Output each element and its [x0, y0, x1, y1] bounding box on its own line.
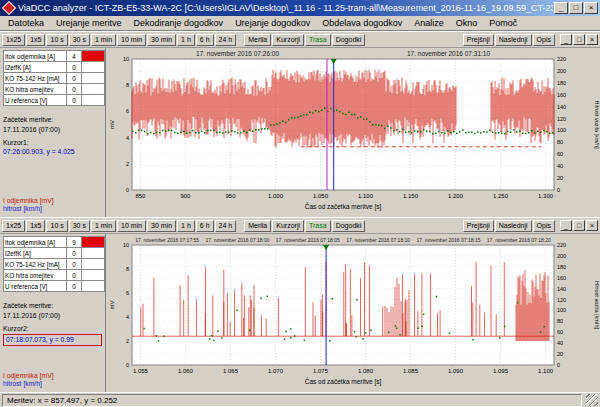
y-left-tick-label: 8	[126, 82, 129, 88]
channel-value: 4	[67, 51, 82, 62]
menu-item-urejanje-meritve[interactable]: Urejanje meritve	[50, 17, 128, 29]
mdi-close-button[interactable]: ×	[586, 34, 598, 45]
toolbar-button-1x5[interactable]: 1x5	[26, 220, 45, 232]
cursor-value: 07:26:00.903, y = 4.025	[3, 148, 102, 156]
y-right-tick-label: 40	[557, 340, 563, 346]
channel-row[interactable]: U referenca [V]0	[4, 281, 105, 292]
menu-item-datoteka[interactable]: Datoteka	[2, 17, 50, 29]
mdi-close-button[interactable]: ×	[586, 220, 598, 231]
channel-row[interactable]: Itok odjemnika [A]9	[4, 237, 105, 248]
toolbar-button-10-min[interactable]: 10 min	[117, 34, 146, 46]
channel-status-cell	[82, 73, 105, 84]
minimize-button[interactable]: _	[554, 2, 568, 14]
y-right-tick-label: 0	[557, 187, 560, 193]
toolbar-button-1x25[interactable]: 1x25	[2, 220, 25, 232]
maximize-button[interactable]: □	[569, 2, 583, 14]
chart-header-timestamp: 17. november 2016 07:18:00	[206, 237, 270, 243]
toolbar-button-naslednji[interactable]: Naslednji	[495, 34, 532, 46]
menu-item-dekodiranje-dogodkov[interactable]: Dekodiranje dogodkov	[128, 17, 230, 29]
y-right-axis-title: Hitrost vozila [km/h]	[594, 101, 600, 149]
toolbar-button-1-h[interactable]: 1 h	[177, 220, 195, 232]
legend-entry: I odjemnika [mV]	[3, 372, 102, 380]
channel-row[interactable]: KO 75-142 Hz [mA]0	[4, 259, 105, 270]
channel-label: Itok odjemnika [A]	[4, 51, 67, 62]
toolbar-button-kurzorji[interactable]: Kurzorji	[272, 220, 304, 232]
y-right-tick-label: 140	[557, 286, 566, 292]
toolbar-button-prej-nji[interactable]: Prejšnji	[463, 220, 494, 232]
toolbar-button-1-h[interactable]: 1 h	[177, 34, 195, 46]
channel-row[interactable]: I2effK [A]0	[4, 248, 105, 259]
resize-grip[interactable]	[586, 394, 598, 406]
mdi-minimize-button[interactable]: _	[560, 220, 572, 231]
toolbar-button-30-s[interactable]: 30 s	[69, 220, 90, 232]
tools-button-group: MerilaKurzorjiTrasaDogodki	[244, 34, 365, 46]
mdi-maximize-button[interactable]: □	[573, 220, 585, 231]
toolbar-button-merila[interactable]: Merila	[244, 220, 271, 232]
y-left-tick-label: 4	[126, 314, 129, 320]
channel-row[interactable]: KO 75-142 Hz [mA]0	[4, 73, 105, 84]
channel-label: KO 75-142 Hz [mA]	[4, 73, 67, 84]
panel1-chart-area[interactable]: 17. november 2016 07:26:0017. november 2…	[106, 48, 600, 217]
toolbar-button-24-h[interactable]: 24 h	[215, 220, 237, 232]
y-right-tick-label: 80	[557, 139, 563, 145]
y-right-tick-label: 200	[557, 68, 566, 74]
toolbar-button-30-min[interactable]: 30 min	[147, 34, 176, 46]
toolbar-button-30-min[interactable]: 30 min	[147, 220, 176, 232]
toolbar-button-10-s[interactable]: 10 s	[46, 34, 67, 46]
x-axis-title: Čas od začetka meritve [s]	[305, 377, 382, 386]
channel-value: 0	[67, 270, 82, 281]
menu-item-obdelava-dogodkov[interactable]: Obdelava dogodkov	[316, 17, 408, 29]
menu-item-okno[interactable]: Okno	[450, 17, 484, 29]
toolbar-button-dogodki[interactable]: Dogodki	[332, 34, 366, 46]
menu-item-urejanje-dogodkov[interactable]: Urejanje dogodkov	[229, 17, 316, 29]
channel-table: Itok odjemnika [A]9I2effK [A]0KO 75-142 …	[3, 236, 105, 292]
toolbar-button-opis[interactable]: Opis	[533, 34, 555, 46]
x-tick-label: 1.300	[538, 193, 554, 199]
toolbar-button-trasa[interactable]: Trasa	[305, 34, 331, 46]
toolbar-button-10-min[interactable]: 10 min	[117, 220, 146, 232]
y-left-axis-title: mV	[109, 120, 115, 129]
toolbar-button-1-min[interactable]: 1 min	[91, 220, 116, 232]
panel1-toolbar: 1x251x510 s30 s1 min10 min30 min1 h6 h24…	[0, 32, 600, 48]
toolbar-button-trasa[interactable]: Trasa	[305, 220, 331, 232]
toolbar-button-1x25[interactable]: 1x25	[2, 34, 25, 46]
close-button[interactable]: ×	[584, 2, 598, 14]
toolbar-button-6-h[interactable]: 6 h	[196, 34, 214, 46]
menu-item-analize[interactable]: Analize	[408, 17, 450, 29]
y-left-axis-title: mV	[109, 301, 115, 310]
channel-row[interactable]: Itok odjemnika [A]4	[4, 51, 105, 62]
channel-status-cell	[82, 84, 105, 95]
toolbar-button-opis[interactable]: Opis	[533, 220, 555, 232]
mdi-maximize-button[interactable]: □	[573, 34, 585, 45]
channel-status-cell	[82, 51, 105, 62]
channel-row[interactable]: I2effK [A]0	[4, 62, 105, 73]
menu-item-pomo[interactable]: Pomoč	[483, 17, 523, 29]
toolbar-button-6-h[interactable]: 6 h	[196, 220, 214, 232]
legend-entry: I odjemnika [mV]	[3, 197, 102, 205]
toolbar-button-1-min[interactable]: 1 min	[91, 34, 116, 46]
toolbar-button-30-s[interactable]: 30 s	[69, 34, 90, 46]
toolbar-button-dogodki[interactable]: Dogodki	[332, 220, 366, 232]
channel-value: 0	[67, 95, 82, 106]
mdi-minimize-button[interactable]: _	[560, 34, 572, 45]
toolbar-button-naslednji[interactable]: Naslednji	[495, 220, 532, 232]
status-text: Meritev: x = 857.497, y = 0.252	[2, 394, 582, 407]
y-left-tick-label: 4	[126, 135, 129, 141]
toolbar-button-24-h[interactable]: 24 h	[215, 34, 237, 46]
toolbar-button-merila[interactable]: Merila	[244, 34, 271, 46]
toolbar-button-10-s[interactable]: 10 s	[46, 220, 67, 232]
panel2-chart-area[interactable]: 17. november 2016 07:17:5517. november 2…	[106, 234, 600, 392]
x-tick-label: 900	[180, 193, 191, 199]
panel2-sidebar: Itok odjemnika [A]9I2effK [A]0KO 75-142 …	[0, 234, 106, 392]
toolbar-button-1x5[interactable]: 1x5	[26, 34, 45, 46]
chart-svg[interactable]: 17. november 2016 07:26:0017. november 2…	[106, 48, 600, 217]
channel-row[interactable]: U referenca [V]0	[4, 95, 105, 106]
channel-row[interactable]: KO hitra omejitev0	[4, 270, 105, 281]
channel-value: 0	[67, 281, 82, 292]
channel-row[interactable]: KO hitra omejitev0	[4, 84, 105, 95]
measurement-start-label: Začetek meritve:	[3, 116, 102, 124]
toolbar-button-kurzorji[interactable]: Kurzorji	[272, 34, 304, 46]
chart-svg[interactable]: 17. november 2016 07:17:5517. november 2…	[106, 234, 600, 392]
x-tick-label: 1.080	[358, 368, 374, 374]
toolbar-button-prej-nji[interactable]: Prejšnji	[463, 34, 494, 46]
